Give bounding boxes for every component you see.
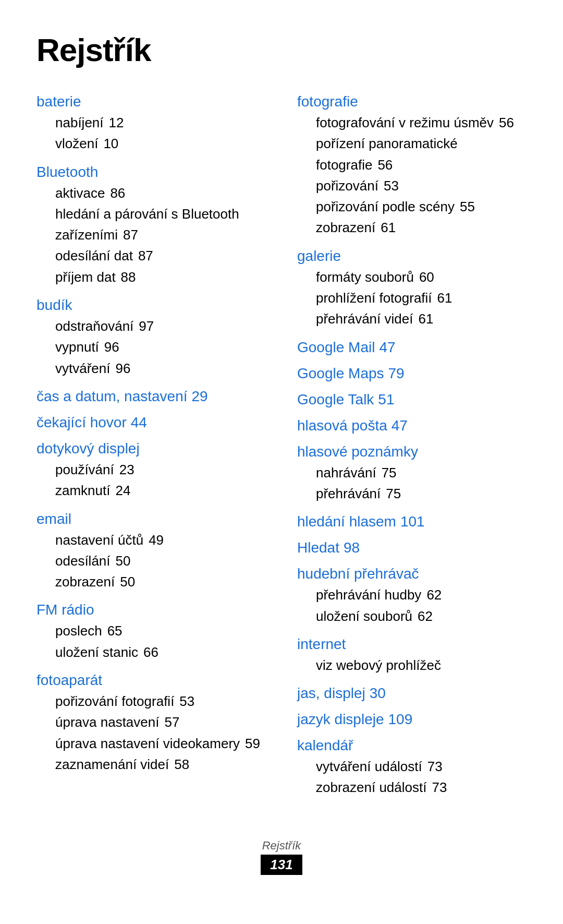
index-heading-number: 30 <box>370 685 386 701</box>
index-heading: Google Mail <box>297 339 375 355</box>
index-section: Google Talk51 <box>297 391 527 408</box>
index-columns: baterienabíjení12vložení10Bluetoothaktiv… <box>36 93 527 808</box>
index-heading: čas a datum, nastavení <box>36 388 188 404</box>
index-section: fotoaparátpořizování fotografií53úprava … <box>36 672 266 775</box>
index-heading: čekající hovor <box>36 414 127 430</box>
index-subitem: odesílání dat87 <box>36 245 266 266</box>
index-heading: Hledat <box>297 539 339 556</box>
index-section: emailnastavení účtů49odesílání50zobrazen… <box>36 511 266 593</box>
index-section: hlasové poznámkynahrávání75přehrávání75 <box>297 443 527 505</box>
left-column: baterienabíjení12vložení10Bluetoothaktiv… <box>36 93 266 784</box>
index-heading: kalendář <box>297 737 353 753</box>
index-section: galerieformáty souborů60prohlížení fotog… <box>297 248 527 330</box>
index-subitem: zaznamenání videí58 <box>36 754 266 775</box>
footer-label: Rejstřík <box>36 839 527 853</box>
index-subitem: prohlížení fotografií61 <box>297 287 527 308</box>
index-heading: budík <box>36 297 72 313</box>
index-heading-number: 109 <box>388 711 413 727</box>
footer-page-number: 131 <box>261 855 302 875</box>
index-subitem: příjem dat88 <box>36 267 266 287</box>
index-subitem: pořizování podle scény55 <box>297 196 527 217</box>
footer: Rejstřík 131 <box>36 839 527 875</box>
index-heading-number: 98 <box>344 539 360 556</box>
index-subitem: odesílání50 <box>36 550 266 571</box>
index-subitem: vypnutí96 <box>36 337 266 357</box>
index-subitem: hledání a párování s Bluetooth zařízením… <box>36 203 266 246</box>
index-heading-number: 51 <box>378 391 394 407</box>
index-heading: baterie <box>36 93 81 110</box>
index-heading: fotografie <box>297 93 358 110</box>
index-heading-number: 29 <box>192 388 208 404</box>
index-section: čekající hovor44 <box>36 414 266 431</box>
index-heading: Google Talk <box>297 391 374 407</box>
index-heading-number: 79 <box>388 365 405 381</box>
index-subitem: zobrazení61 <box>297 217 527 238</box>
index-heading-number: 47 <box>391 417 408 434</box>
index-section: čas a datum, nastavení29 <box>36 388 266 405</box>
index-subitem: viz webový prohlížeč <box>297 655 527 676</box>
index-section: jazyk displeje109 <box>297 711 527 728</box>
index-heading: hlasové poznámky <box>297 443 418 460</box>
index-heading: Google Maps <box>297 365 384 381</box>
index-heading: hledání hlasem <box>297 513 396 530</box>
index-heading: internet <box>297 636 346 652</box>
index-heading: hudební přehrávač <box>297 566 419 582</box>
index-heading: jas, displej <box>297 685 365 701</box>
index-heading-number: 101 <box>400 513 425 530</box>
index-subitem: poslech65 <box>36 620 266 641</box>
index-section: internetviz webový prohlížeč <box>297 636 527 676</box>
index-heading: fotoaparát <box>36 672 102 688</box>
index-subitem: uložení souborů62 <box>297 606 527 627</box>
index-subitem: přehrávání hudby62 <box>297 584 527 605</box>
index-subitem: úprava nastavení57 <box>36 712 266 733</box>
index-subitem: zobrazení událostí73 <box>297 777 527 798</box>
index-section: Hledat98 <box>297 539 527 556</box>
index-section: jas, displej30 <box>297 685 527 702</box>
index-subitem: formáty souborů60 <box>297 267 527 287</box>
index-subitem: zobrazení50 <box>36 571 266 592</box>
index-subitem: pořizování fotografií53 <box>36 691 266 712</box>
index-section: budíkodstraňování97vypnutí96vytváření96 <box>36 297 266 379</box>
index-subitem: nastavení účtů49 <box>36 530 266 550</box>
index-section: fotografiefotografování v režimu úsměv56… <box>297 93 527 238</box>
index-subitem: nahrávání75 <box>297 462 527 483</box>
index-subitem: pořízení panoramatické fotografie56 <box>297 133 527 175</box>
index-subitem: nabíjení12 <box>36 112 266 133</box>
index-heading-number: 44 <box>131 414 147 430</box>
index-section: Google Maps79 <box>297 365 527 382</box>
index-heading: dotykový displej <box>36 440 140 457</box>
index-subitem: přehrávání videí61 <box>297 308 527 329</box>
page-title: Rejstřík <box>36 31 527 68</box>
index-section: hlasová pošta47 <box>297 417 527 434</box>
index-heading: hlasová pošta <box>297 417 387 434</box>
index-subitem: pořizování53 <box>297 175 527 196</box>
index-subitem: vložení10 <box>36 133 266 154</box>
index-subitem: vytváření96 <box>36 358 266 379</box>
index-subitem: uložení stanic66 <box>36 642 266 663</box>
index-subitem: zamknutí24 <box>36 480 266 501</box>
index-section: hudební přehrávačpřehrávání hudby62ulože… <box>297 566 527 627</box>
index-subitem: přehrávání75 <box>297 483 527 504</box>
index-heading: email <box>36 511 71 527</box>
index-section: baterienabíjení12vložení10 <box>36 93 266 154</box>
index-subitem: aktivace86 <box>36 183 266 203</box>
index-section: FM rádioposlech65uložení stanic66 <box>36 602 266 663</box>
index-section: Bluetoothaktivace86hledání a párování s … <box>36 164 266 287</box>
index-heading: galerie <box>297 248 341 264</box>
index-section: kalendářvytváření událostí73zobrazení ud… <box>297 737 527 798</box>
right-column: fotografiefotografování v režimu úsměv56… <box>297 93 527 808</box>
index-section: hledání hlasem101 <box>297 513 527 530</box>
index-subitem: odstraňování97 <box>36 316 266 337</box>
index-heading: Bluetooth <box>36 164 98 180</box>
index-subitem: úprava nastavení videokamery59 <box>36 733 266 754</box>
index-heading-number: 47 <box>379 339 395 355</box>
index-section: Google Mail47 <box>297 339 527 356</box>
index-heading: jazyk displeje <box>297 711 384 727</box>
index-subitem: vytváření událostí73 <box>297 756 527 777</box>
index-subitem: používání23 <box>36 459 266 480</box>
index-section: dotykový displejpoužívání23zamknutí24 <box>36 440 266 501</box>
index-subitem: fotografování v režimu úsměv56 <box>297 112 527 133</box>
index-heading: FM rádio <box>36 602 94 618</box>
